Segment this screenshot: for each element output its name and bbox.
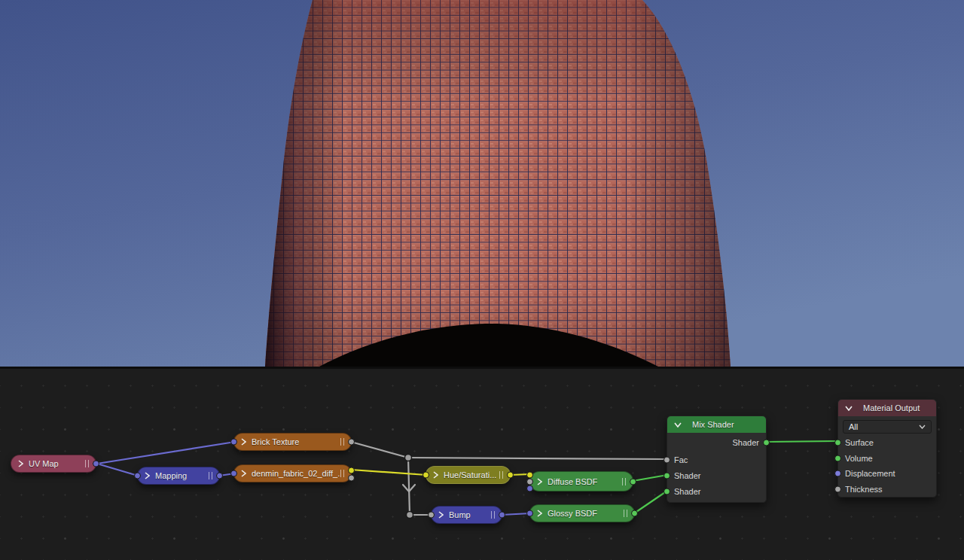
socket-color-input[interactable] — [526, 472, 533, 479]
input-label: Displacement — [845, 469, 895, 478]
material-output-header[interactable]: Material Output — [838, 400, 936, 416]
expand-chevron-icon[interactable] — [145, 472, 150, 479]
socket-color-output[interactable] — [507, 472, 514, 479]
node-label: Bump — [449, 510, 471, 519]
node-diffuse-bsdf[interactable]: Diffuse BSDF — [529, 471, 633, 492]
wire-bricktexture-to-reroute[interactable] — [351, 442, 408, 458]
wire-direction-arrow-icon — [403, 485, 415, 492]
expand-chevron-icon[interactable] — [433, 471, 438, 479]
input-row-shader1: Shader — [667, 468, 766, 483]
socket-shader-output[interactable] — [763, 440, 770, 446]
socket-normal-input[interactable] — [526, 510, 533, 517]
wire-uvmap-to-bricktexture[interactable] — [97, 442, 235, 464]
output-row-shader: Shader — [667, 435, 766, 450]
node-mapping[interactable]: Mapping — [137, 467, 220, 485]
node-grip-icon — [340, 438, 344, 446]
expand-chevron-icon[interactable] — [438, 511, 444, 519]
socket-height-input[interactable] — [428, 512, 435, 519]
socket-shader2-input[interactable] — [664, 488, 670, 495]
socket-vector-input[interactable] — [230, 439, 237, 446]
expand-chevron-icon[interactable] — [537, 478, 542, 485]
expand-chevron-icon[interactable] — [241, 438, 246, 446]
node-brick-texture[interactable]: Brick Texture — [233, 433, 352, 451]
node-material-output[interactable]: Material Output All Surface Volume Disp — [837, 399, 937, 498]
socket-roughness-input[interactable] — [526, 479, 533, 485]
mix-shader-header[interactable]: Mix Shader — [667, 416, 766, 433]
collapse-chevron-icon[interactable] — [845, 406, 853, 411]
wire-imagetexture-to-huesat[interactable] — [351, 470, 426, 475]
socket-displacement-input[interactable] — [834, 470, 841, 477]
output-label: Shader — [733, 438, 759, 447]
input-row-thickness: Thickness — [838, 482, 936, 497]
node-grip-icon — [85, 460, 89, 467]
input-label: Surface — [845, 438, 874, 447]
node-bump[interactable]: Bump — [431, 506, 502, 524]
socket-fac-input[interactable] — [664, 457, 670, 464]
node-links — [0, 369, 964, 560]
node-label: Brick Texture — [252, 437, 299, 446]
socket-bsdf-output[interactable] — [631, 510, 638, 517]
socket-shader1-input[interactable] — [664, 473, 670, 479]
node-title: Mix Shader — [692, 420, 734, 429]
node-mix-shader[interactable]: Mix Shader Shader Fac Shader Shader — [667, 415, 767, 503]
brick-tower — [265, 0, 731, 367]
socket-color-input[interactable] — [423, 472, 429, 479]
node-grip-icon — [491, 511, 495, 519]
socket-surface-input[interactable] — [834, 440, 841, 446]
node-glossy-bsdf[interactable]: Glossy BSDF — [529, 504, 635, 522]
socket-volume-input[interactable] — [834, 455, 841, 462]
input-row-surface: Surface — [838, 435, 936, 450]
wire-glossy-to-mix[interactable] — [634, 491, 667, 513]
collapse-chevron-icon[interactable] — [674, 422, 682, 428]
socket-thickness-input[interactable] — [834, 486, 841, 493]
input-label: Shader — [674, 487, 700, 496]
target-value: All — [849, 422, 858, 431]
socket-color-output[interactable] — [348, 467, 355, 474]
reroute-node[interactable] — [405, 455, 412, 461]
shader-node-editor[interactable]: UV Map Mapping Brick Texture denmin_fabr… — [0, 369, 964, 560]
node-label: Diffuse BSDF — [548, 477, 597, 486]
node-title: Material Output — [863, 403, 920, 412]
node-image-texture[interactable]: denmin_fabric_02_diff_... — [233, 464, 352, 482]
socket-alpha-output[interactable] — [348, 475, 355, 482]
input-row-displacement: Displacement — [838, 466, 936, 481]
wire-uvmap-to-mapping[interactable] — [97, 464, 138, 476]
socket-normal-output[interactable] — [499, 512, 505, 519]
socket-vector-input[interactable] — [230, 470, 237, 477]
reroute-node[interactable] — [407, 512, 413, 519]
node-grip-icon — [622, 478, 626, 485]
socket-bsdf-output[interactable] — [630, 478, 636, 485]
render-viewport[interactable] — [0, 0, 964, 367]
socket-vector-input[interactable] — [134, 473, 141, 479]
socket-normal-input[interactable] — [526, 485, 533, 492]
expand-chevron-icon[interactable] — [241, 470, 246, 477]
wire-diffuse-to-mix[interactable] — [633, 475, 667, 481]
node-grip-icon — [499, 471, 503, 479]
blender-window: UV Map Mapping Brick Texture denmin_fabr… — [0, 0, 964, 560]
wire-mix-to-output[interactable] — [764, 441, 837, 442]
input-row-fac: Fac — [667, 452, 766, 467]
wire-reroute-to-fac[interactable] — [408, 458, 667, 459]
node-label: UV Map — [29, 459, 59, 468]
wire-reroute-vertical[interactable] — [408, 458, 410, 515]
socket-uv-output[interactable] — [93, 461, 99, 467]
node-label: Mapping — [155, 471, 187, 480]
socket-fac-output[interactable] — [348, 439, 355, 446]
expand-chevron-icon[interactable] — [18, 460, 23, 467]
node-label: denmin_fabric_02_diff_... — [252, 469, 340, 478]
input-label: Volume — [845, 454, 873, 463]
input-label: Fac — [674, 455, 688, 464]
node-grip-icon — [340, 470, 344, 477]
node-hue-saturation[interactable]: Hue/Saturati... — [426, 466, 511, 484]
expand-chevron-icon[interactable] — [537, 510, 542, 517]
node-grip-icon — [624, 510, 627, 517]
input-label: Shader — [674, 471, 700, 480]
socket-vector-output[interactable] — [216, 473, 223, 479]
input-row-shader2: Shader — [667, 484, 766, 499]
output-target-select[interactable]: All — [843, 420, 932, 434]
node-grip-icon — [209, 472, 212, 479]
chevron-down-icon — [919, 425, 926, 429]
node-uv-map[interactable]: UV Map — [11, 455, 96, 473]
node-label: Hue/Saturati... — [444, 470, 496, 479]
node-label: Glossy BSDF — [548, 509, 597, 518]
